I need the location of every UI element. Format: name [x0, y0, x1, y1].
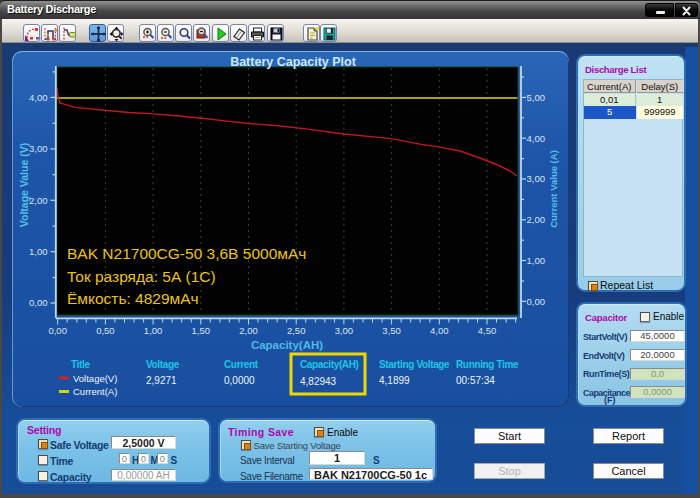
svg-text:1,50: 1,50 [192, 325, 211, 336]
svg-text:BAK N21700CG-50 3,6В 5000мАч: BAK N21700CG-50 3,6В 5000мАч [67, 245, 306, 262]
svg-text:4,50: 4,50 [478, 325, 497, 336]
svg-text:Voltage: Voltage [146, 359, 180, 370]
svg-text:0,00: 0,00 [527, 296, 546, 307]
svg-text:2,9271: 2,9271 [146, 375, 177, 386]
svg-text:Battery Capacity Plot: Battery Capacity Plot [230, 55, 357, 69]
svg-text:00:57:34: 00:57:34 [456, 375, 495, 386]
svg-text:2,00: 2,00 [29, 195, 48, 206]
svg-text:Capacity(AH): Capacity(AH) [300, 359, 359, 370]
svg-text:3,00: 3,00 [335, 325, 354, 336]
svg-text:3,00: 3,00 [527, 173, 546, 184]
svg-text:2,50: 2,50 [287, 325, 306, 336]
svg-text:0,00: 0,00 [29, 297, 48, 308]
svg-text:4,00: 4,00 [29, 92, 48, 103]
svg-text:3,00: 3,00 [29, 143, 48, 154]
svg-text:Ёмкость: 4829мАч: Ёмкость: 4829мАч [67, 290, 199, 307]
svg-text:Current Value (A): Current Value (A) [548, 150, 559, 228]
svg-text:1,00: 1,00 [144, 325, 163, 336]
svg-text:2,00: 2,00 [527, 214, 546, 225]
svg-text:Starting Voltage: Starting Voltage [379, 359, 450, 370]
svg-text:0,50: 0,50 [96, 325, 115, 336]
svg-text:2,00: 2,00 [239, 325, 258, 336]
svg-text:4,82943: 4,82943 [300, 376, 337, 387]
svg-text:Capacity(AH): Capacity(AH) [251, 339, 323, 351]
svg-text:0,00: 0,00 [48, 325, 67, 336]
svg-text:4,1899: 4,1899 [379, 375, 410, 386]
svg-text:3,50: 3,50 [382, 325, 401, 336]
svg-text:Current(A): Current(A) [73, 386, 117, 397]
svg-text:Current: Current [224, 359, 259, 370]
svg-text:Running Time: Running Time [456, 359, 519, 370]
svg-text:Voltage Value (V): Voltage Value (V) [18, 143, 30, 227]
svg-text:Ток разряда: 5А (1С): Ток разряда: 5А (1С) [67, 268, 216, 285]
svg-text:1,00: 1,00 [527, 255, 546, 266]
svg-text:1,00: 1,00 [29, 246, 48, 257]
svg-text:4,00: 4,00 [430, 325, 449, 336]
svg-text:4,00: 4,00 [527, 133, 546, 144]
svg-text:5,00: 5,00 [527, 92, 546, 103]
svg-text:Voltage(V): Voltage(V) [73, 373, 117, 384]
svg-text:Title: Title [71, 359, 90, 370]
svg-text:0,0000: 0,0000 [224, 375, 255, 386]
